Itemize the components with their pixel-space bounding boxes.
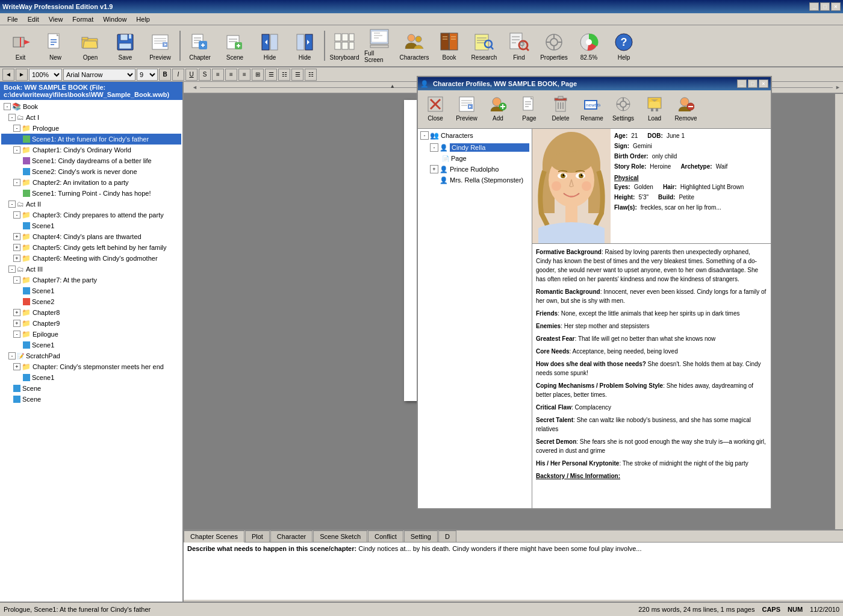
align-right-button[interactable]: ≡ (238, 69, 250, 81)
tree-scene1-funeral[interactable]: Scene1: At the funeral for Cindy's fathe… (1, 134, 181, 145)
tree-expand-act3[interactable]: - (8, 266, 16, 273)
tab-character[interactable]: Character (270, 530, 313, 542)
font-size-select[interactable]: 9 (137, 69, 158, 81)
tree-scratchpad[interactable]: - 📝 ScratchPad (1, 350, 181, 361)
tree-expand-act1[interactable]: - (8, 114, 16, 121)
tree-expand-ch9[interactable]: + (13, 320, 20, 327)
tree-chapter6[interactable]: + 📁 Chapter6: Meeting with Cindy's godmo… (1, 253, 181, 264)
properties-button[interactable]: Properties (537, 28, 571, 64)
list-button1[interactable]: ☰ (265, 69, 277, 81)
tab-plot[interactable]: Plot (245, 530, 270, 542)
editor-scrollbar-v[interactable] (835, 94, 843, 529)
char-settings-button[interactable]: Settings (608, 93, 638, 126)
char-close-button[interactable]: × (759, 79, 768, 88)
align-left-button[interactable]: ≡ (212, 69, 224, 81)
open-button[interactable]: Open (73, 28, 107, 64)
tree-expand-act2[interactable]: - (8, 201, 16, 208)
progress-button[interactable]: 82.5% (572, 28, 606, 64)
tree-expand-epilogue[interactable]: - (13, 331, 20, 338)
strikethrough-button[interactable]: S (199, 69, 211, 81)
menu-file[interactable]: File (2, 14, 23, 24)
tree-expand-prologue[interactable]: - (13, 125, 20, 132)
minimize-button[interactable]: _ (809, 2, 819, 11)
tree-expand-ch4[interactable]: + (13, 233, 20, 240)
maximize-button[interactable]: □ (820, 2, 830, 11)
menu-help[interactable]: Help (131, 14, 155, 24)
tree-scene-turning[interactable]: Scene1: Turning Point - Cindy has hope! (1, 188, 181, 199)
char-tree-cindy-page[interactable]: 📄 Page (440, 153, 529, 164)
research-button[interactable]: Research (467, 28, 501, 64)
tree-act3[interactable]: - 🗂 Act III (1, 264, 181, 275)
tree-prologue[interactable]: - 📁 Prologue (1, 123, 181, 134)
underline-button[interactable]: U (185, 69, 198, 81)
tree-scratch-scene1[interactable]: Scene1 (1, 372, 181, 383)
tree-chapter1[interactable]: - 📁 Chapter1: Cindy's Ordinary World (1, 145, 181, 155)
tree-scene-daydreams[interactable]: Scene1: Cindy daydreams of a better life (1, 155, 181, 166)
tree-act1[interactable]: - 🗂 Act I (1, 112, 181, 123)
tree-expand-ch8[interactable]: + (13, 309, 20, 316)
char-tree-expand-cindy[interactable]: - 👤 Cindy Rella (430, 142, 529, 153)
char-preview-tool-button[interactable]: Preview (452, 93, 482, 126)
tree-chapter2[interactable]: - 📁 Chapter2: An invitation to a party (1, 177, 181, 188)
nav-left-button[interactable]: ◄ (2, 69, 14, 81)
char-load-button[interactable]: Load (639, 93, 670, 126)
tree-scratch-scene3[interactable]: Scene (1, 394, 181, 405)
help-button[interactable]: ? Help (607, 28, 641, 64)
zoom-select[interactable]: 100% 75% 125% (29, 69, 62, 81)
tree-chapter7[interactable]: - 📁 Chapter7: At the party (1, 275, 181, 285)
list-button4[interactable]: ☷ (305, 69, 317, 81)
menu-window[interactable]: Window (98, 14, 131, 24)
tab-conflict[interactable]: Conflict (368, 530, 403, 542)
tree-expand-ch3[interactable]: - (13, 211, 20, 219)
chapter-button[interactable]: Chapter (183, 28, 217, 64)
list-button2[interactable]: ☷ (278, 69, 290, 81)
char-page-button[interactable]: Page (514, 93, 544, 126)
tree-ch7-scene2[interactable]: Scene2 (1, 296, 181, 307)
tree-epilogue[interactable]: - 📁 Epilogue (1, 329, 181, 340)
tree-expand-ch2[interactable]: - (13, 179, 20, 186)
close-button[interactable]: × (831, 2, 841, 11)
hide-button2[interactable]: Hide (288, 28, 322, 64)
tree-scratch-chapter[interactable]: + 📁 Chapter: Cindy's stepmonster meets h… (1, 361, 181, 372)
tree-expand-scratch[interactable]: - (8, 352, 16, 359)
exit-button[interactable]: Exit (4, 28, 37, 64)
save-button[interactable]: Save (108, 28, 142, 64)
tree-expand-book[interactable]: - (4, 103, 11, 110)
tree-expand-scratch-ch[interactable]: + (13, 363, 20, 370)
char-add-button[interactable]: Add (483, 93, 513, 126)
book-button[interactable]: Book (432, 28, 466, 64)
list-button3[interactable]: ☰ (291, 69, 303, 81)
char-delete-button[interactable]: Delete (546, 93, 576, 126)
tree-scratch-scene2[interactable]: Scene (1, 383, 181, 394)
menu-view[interactable]: View (44, 14, 68, 24)
font-select[interactable]: Arial Narrow (63, 69, 135, 81)
char-rename-button[interactable]: newtitle Rename (577, 93, 607, 126)
tree-epilogue-scene1[interactable]: Scene1 (1, 340, 181, 350)
tree-book[interactable]: - 📚 Book (1, 101, 181, 112)
preview-button[interactable]: Preview (143, 28, 177, 64)
tree-chapter4[interactable]: + 📁 Chapter4: Cindy's plans are thwarted (1, 231, 181, 242)
nav-right-button[interactable]: ► (16, 69, 28, 81)
new-button[interactable]: New (39, 28, 72, 64)
char-tree-prince[interactable]: + 👤 Prince Rudolpho (430, 164, 529, 175)
char-remove-button[interactable]: Remove (671, 93, 701, 126)
hide-button1[interactable]: Hide (253, 28, 287, 64)
tree-expand-ch6[interactable]: + (13, 255, 20, 262)
tree-ch7-scene1[interactable]: Scene1 (1, 285, 181, 296)
menu-format[interactable]: Format (67, 14, 98, 24)
tree-chapter8[interactable]: + 📁 Chapter8 (1, 307, 181, 318)
bold-button[interactable]: B (159, 69, 171, 81)
tree-chapter5[interactable]: + 📁 Chapter5: Cindy gets left behind by … (1, 242, 181, 253)
tab-d[interactable]: D (438, 530, 456, 542)
tree-act2[interactable]: - 🗂 Act II (1, 199, 181, 210)
tree-chapter9[interactable]: + 📁 Chapter9 (1, 318, 181, 329)
storyboard-button[interactable]: Storyboard (328, 28, 361, 64)
tree-chapter3[interactable]: - 📁 Chapter3: Cindy prepares to attend t… (1, 210, 181, 220)
find-button[interactable]: Find (502, 28, 536, 64)
tree-expand-ch7[interactable]: - (13, 276, 20, 284)
char-maximize-button[interactable]: □ (748, 79, 757, 88)
char-minimize-button[interactable]: _ (737, 79, 747, 88)
scene-button[interactable]: Scene (218, 28, 252, 64)
tree-expand-ch5[interactable]: + (13, 244, 20, 251)
align-center-button[interactable]: ≡ (225, 69, 237, 81)
